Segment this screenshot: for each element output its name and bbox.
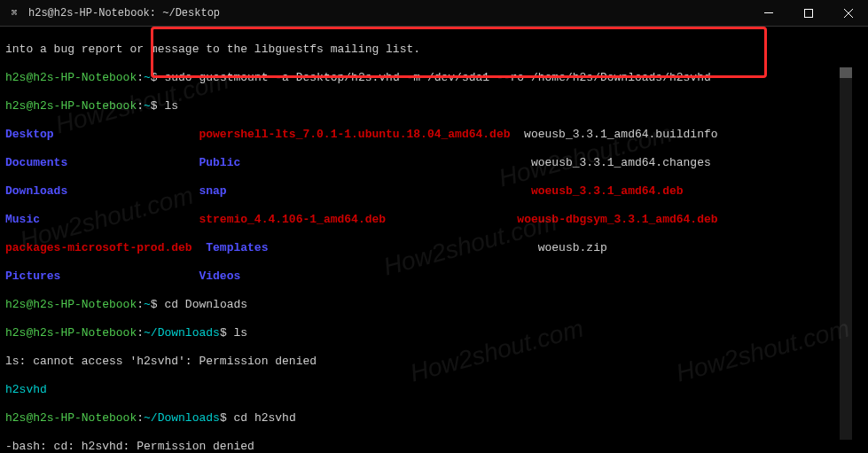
window-title: h2s@h2s-HP-Notebook: ~/Desktop <box>28 7 748 20</box>
ls-line: packages-microsoft-prod.deb Templates wo… <box>5 241 863 255</box>
prompt-line: h2s@h2s-HP-Notebook:~$ ls <box>5 99 863 113</box>
prompt-line: h2s@h2s-HP-Notebook:~$ sudo guestmount -… <box>5 71 863 85</box>
ls-line: Desktop powershell-lts_7.0.1-1.ubuntu.18… <box>5 128 863 142</box>
prompt-line: h2s@h2s-HP-Notebook:~$ cd Downloads <box>5 298 863 312</box>
output-line: into a bug report or message to the libg… <box>5 43 863 57</box>
scrollbar[interactable] <box>840 67 852 440</box>
svg-rect-1 <box>804 9 812 17</box>
minimize-button[interactable] <box>748 0 788 27</box>
error-line: ls: cannot access 'h2svhd': Permission d… <box>5 355 863 369</box>
window-titlebar: ⌘ h2s@h2s-HP-Notebook: ~/Desktop <box>0 0 868 27</box>
close-button[interactable] <box>828 0 868 27</box>
prompt-line: h2s@h2s-HP-Notebook:~/Downloads$ cd h2sv… <box>5 411 863 426</box>
svg-rect-0 <box>764 12 773 13</box>
ls-line: Documents Public woeusb_3.3.1_amd64.chan… <box>5 156 863 170</box>
terminal-output[interactable]: into a bug report or message to the libg… <box>0 27 868 453</box>
error-line: -bash: cd: h2svhd: Permission denied <box>5 440 863 453</box>
ls-line: Music stremio_4.4.106-1_amd64.deb woeusb… <box>5 213 863 227</box>
terminal-icon: ⌘ <box>7 6 21 20</box>
prompt-line: h2s@h2s-HP-Notebook:~/Downloads$ ls <box>5 326 863 340</box>
ls-line: Downloads snap woeusb_3.3.1_amd64.deb <box>5 184 863 199</box>
scrollbar-thumb[interactable] <box>840 67 852 78</box>
ls-line: Pictures Videos <box>5 269 863 284</box>
maximize-button[interactable] <box>788 0 828 27</box>
window-controls <box>748 0 868 27</box>
output-line: h2svhd <box>5 383 863 397</box>
